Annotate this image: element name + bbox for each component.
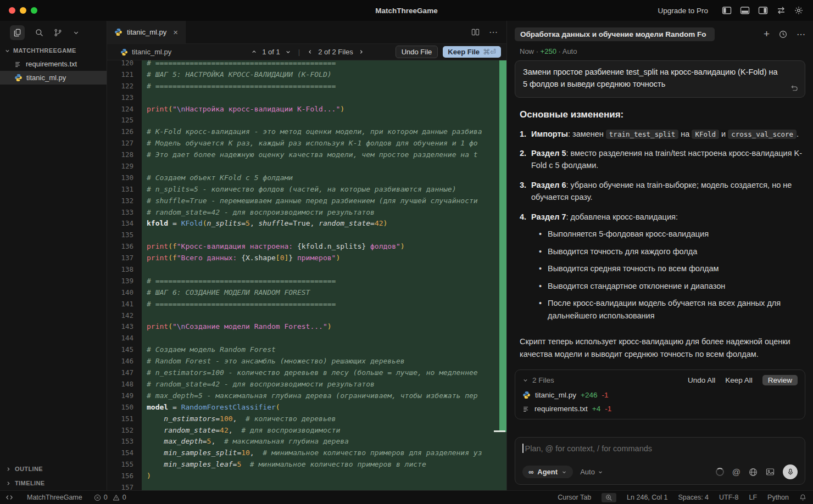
code-line: 157 bbox=[107, 482, 506, 490]
settings-gear-icon[interactable] bbox=[794, 6, 803, 15]
layout-switch-icon[interactable] bbox=[776, 7, 786, 14]
tab-titanic-ml[interactable]: titanic_ml.py × bbox=[107, 21, 186, 43]
line-content: # random_state=42 - для воспроизводимост… bbox=[142, 207, 506, 219]
encoding[interactable]: UTF-8 bbox=[719, 494, 738, 501]
chevron-down-icon[interactable] bbox=[522, 377, 528, 383]
new-chat-icon[interactable]: + bbox=[764, 28, 770, 40]
notifications-bell-icon[interactable] bbox=[799, 494, 806, 501]
status-project-name[interactable]: MatchThreeGame bbox=[27, 494, 82, 501]
line-number: 142 bbox=[107, 310, 142, 322]
overview-ruler[interactable] bbox=[499, 60, 506, 432]
split-editor-icon[interactable] bbox=[471, 28, 480, 36]
next-change-icon[interactable] bbox=[285, 49, 291, 55]
remote-indicator-icon[interactable] bbox=[5, 494, 13, 501]
line-content: # Модель обучается K раз, каждый раз исп… bbox=[142, 138, 506, 149]
history-clock-icon[interactable] bbox=[779, 30, 787, 38]
code-line: 129 bbox=[107, 161, 506, 172]
code-line: 155 min_samples_leaf=5 # минимальное кол… bbox=[107, 459, 506, 471]
search-icon[interactable] bbox=[35, 29, 43, 37]
more-actions-icon[interactable]: ⋯ bbox=[489, 27, 498, 37]
warnings-indicator[interactable]: 0 bbox=[113, 494, 126, 501]
text-cursor bbox=[522, 444, 524, 453]
line-number: 140 bbox=[107, 287, 142, 299]
chevron-down-icon[interactable] bbox=[73, 29, 80, 36]
line-number: 146 bbox=[107, 356, 142, 367]
ai-chat-panel: Обработка данных и обучение модели Rando… bbox=[506, 21, 813, 490]
assistant-bullet: Выводится точность для каждого фолда bbox=[538, 245, 805, 257]
assistant-list-item: 3.Раздел 6: убрано обучение на train-выб… bbox=[520, 179, 805, 204]
toggle-sidebar-icon[interactable] bbox=[722, 6, 732, 15]
line-content: # Создаем модель Random Forest bbox=[142, 344, 506, 356]
agent-mode-selector[interactable]: ∞ Agent bbox=[522, 466, 573, 478]
outline-section[interactable]: OUTLINE bbox=[0, 462, 107, 476]
line-number: 156 bbox=[107, 471, 142, 482]
prev-file-icon[interactable] bbox=[307, 49, 313, 55]
toggle-panel-icon[interactable] bbox=[740, 6, 750, 15]
code-line: 143print("\nСоздание модели Random Fores… bbox=[107, 321, 506, 333]
overview-cursor-marker bbox=[494, 430, 505, 432]
globe-icon[interactable] bbox=[749, 468, 758, 477]
language-mode[interactable]: Python bbox=[767, 494, 789, 501]
attach-image-icon[interactable] bbox=[766, 468, 775, 476]
line-number: 155 bbox=[107, 459, 142, 471]
chevron-right-icon bbox=[5, 480, 12, 486]
chat-title[interactable]: Обработка данных и обучение модели Rando… bbox=[515, 27, 715, 41]
changed-file-row[interactable]: requirements.txt+4-1 bbox=[522, 405, 798, 413]
prev-change-icon[interactable] bbox=[251, 49, 257, 55]
keep-all-button[interactable]: Keep All bbox=[725, 376, 753, 384]
line-number: 145 bbox=[107, 344, 142, 356]
undo-all-button[interactable]: Undo All bbox=[688, 376, 715, 384]
code-line: 130# Создаем объект KFold с 5 фолдами bbox=[107, 172, 506, 184]
undo-file-button[interactable]: Undo File bbox=[396, 46, 438, 58]
minimize-window-button[interactable] bbox=[20, 7, 26, 14]
more-actions-icon[interactable]: ⋯ bbox=[797, 29, 805, 40]
line-number: 125 bbox=[107, 115, 142, 126]
line-content: # ======================================… bbox=[142, 276, 506, 287]
mention-context-icon[interactable]: @ bbox=[732, 467, 740, 477]
code-line: 125 bbox=[107, 115, 506, 126]
code-line: 139# ===================================… bbox=[107, 276, 506, 287]
line-number: 143 bbox=[107, 321, 142, 333]
source-control-icon[interactable] bbox=[54, 29, 62, 37]
restore-checkpoint-icon[interactable] bbox=[790, 85, 798, 92]
line-content bbox=[142, 310, 506, 322]
diff-header: titanic_ml.py 1 of 1 | 2 of 2 Files Undo… bbox=[107, 44, 506, 60]
code-line: 156) bbox=[107, 471, 506, 482]
workspace-root[interactable]: MATCHTHREEGAME bbox=[0, 44, 107, 57]
next-file-icon[interactable] bbox=[358, 49, 364, 55]
errors-indicator[interactable]: 0 bbox=[94, 494, 108, 501]
line-content: # max_depth=5 - максимальная глубина дер… bbox=[142, 390, 506, 402]
indentation[interactable]: Spaces: 4 bbox=[678, 494, 709, 501]
line-content: min_samples_leaf=5 # минимальное количес… bbox=[142, 459, 506, 471]
user-message[interactable]: Замени простое разбиение test_split на к… bbox=[515, 60, 805, 98]
line-content bbox=[142, 115, 506, 126]
line-content: # shuffle=True - перемешиваем данные пер… bbox=[142, 195, 506, 207]
code-line: 138 bbox=[107, 264, 506, 276]
close-window-button[interactable] bbox=[9, 7, 15, 14]
code-line: 140# ШАГ 6: СОЗДАНИЕ МОДЕЛИ RANDOM FORES… bbox=[107, 287, 506, 299]
toggle-secondary-sidebar-icon[interactable] bbox=[758, 6, 768, 15]
cursor-tab-toggle[interactable]: Cursor Tab bbox=[558, 494, 591, 501]
model-selector[interactable]: Auto bbox=[580, 468, 603, 476]
sidebar-file-titanic-ml-py[interactable]: titanic_ml.py bbox=[0, 71, 107, 85]
timeline-section[interactable]: TIMELINE bbox=[0, 476, 107, 490]
cursor-position[interactable]: Ln 246, Col 1 bbox=[627, 494, 667, 501]
chevron-down-icon bbox=[598, 469, 603, 475]
eol-selector[interactable]: LF bbox=[749, 494, 757, 501]
line-content: # K-Fold кросс-валидация - это метод оце… bbox=[142, 126, 506, 138]
explorer-icon[interactable] bbox=[10, 25, 25, 40]
microphone-icon[interactable] bbox=[783, 464, 798, 479]
chat-input[interactable]: Plan, @ for context, / for commands ∞ Ag… bbox=[515, 437, 805, 485]
zoom-magnifier-icon[interactable] bbox=[602, 493, 616, 502]
close-tab-icon[interactable]: × bbox=[173, 27, 178, 37]
sidebar-file-requirements-txt[interactable]: requirements.txt bbox=[0, 57, 107, 71]
line-content: print("\nСоздание модели Random Forest..… bbox=[142, 321, 506, 333]
maximize-window-button[interactable] bbox=[31, 7, 37, 14]
upgrade-to-pro-link[interactable]: Upgrade to Pro bbox=[658, 7, 708, 15]
review-button[interactable]: Review bbox=[762, 375, 798, 385]
changed-file-row[interactable]: titanic_ml.py+246-1 bbox=[522, 391, 798, 399]
editor-group: titanic_ml.py × ⋯ titanic_ml.py 1 of 1 |… bbox=[107, 21, 506, 490]
keep-file-button[interactable]: Keep File⌘⏎ bbox=[443, 46, 501, 58]
code-editor[interactable]: 120# ===================================… bbox=[107, 60, 506, 490]
loading-spinner-icon bbox=[716, 468, 724, 476]
